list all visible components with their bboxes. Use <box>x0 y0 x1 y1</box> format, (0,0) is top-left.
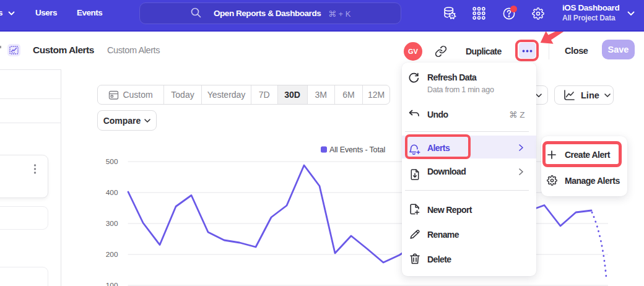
svg-text:300: 300 <box>106 219 118 228</box>
svg-text:All Events - Total: All Events - Total <box>329 145 385 154</box>
svg-text:100: 100 <box>106 281 118 286</box>
svg-text:200: 200 <box>106 250 118 259</box>
svg-text:400: 400 <box>106 188 118 197</box>
svg-text:500: 500 <box>106 157 118 166</box>
